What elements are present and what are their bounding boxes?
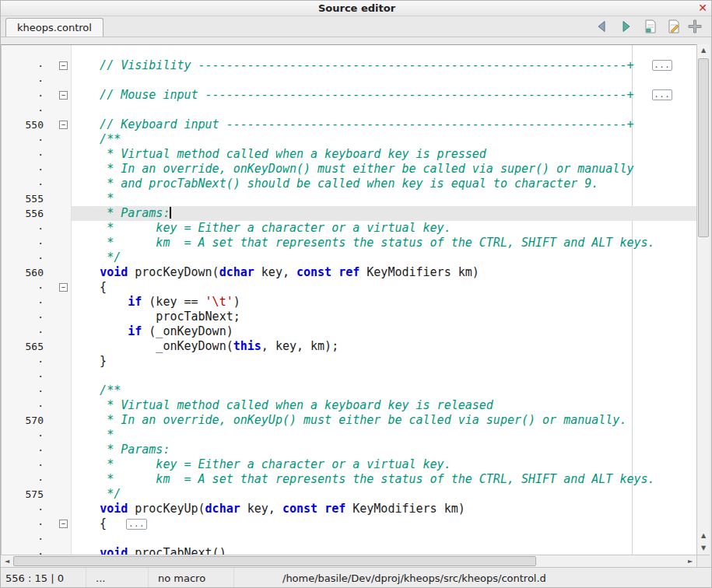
code-text[interactable] [72, 531, 696, 546]
fold-marker-icon[interactable]: − [59, 283, 68, 292]
code-text[interactable]: * Params: [72, 206, 696, 221]
tab-kheops-control[interactable]: kheops.control [5, 18, 103, 37]
code-text[interactable]: */ [72, 487, 696, 502]
code-line[interactable]: ·− { [2, 280, 696, 295]
code-text[interactable]: * key = Either a character or a virtual … [72, 457, 696, 472]
code-text[interactable]: void procKeyUp(dchar key, const ref KeyM… [72, 502, 696, 516]
code-text[interactable]: /** [72, 383, 696, 398]
code-text[interactable]: * In an override, onKeyDown() must eithe… [72, 162, 696, 177]
code-text[interactable]: // Mouse input -------------------------… [72, 88, 696, 103]
code-line[interactable]: · * key = Either a character or a virtua… [2, 221, 696, 236]
close-icon[interactable]: ✕ [696, 2, 709, 14]
code-line[interactable]: · if (key == '\t') [2, 295, 696, 310]
code-text[interactable]: * and procTabNext() should be called whe… [72, 177, 696, 191]
code-line[interactable]: ·− {... [2, 516, 696, 531]
code-line[interactable]: · [2, 103, 696, 117]
code-text[interactable]: /** [72, 132, 696, 147]
save-icon[interactable] [642, 18, 659, 35]
gutter-cell: ·− [2, 516, 72, 531]
horizontal-scrollbar[interactable]: ◄ ► [1, 555, 696, 567]
code-text[interactable]: * [72, 191, 696, 206]
code-line[interactable]: ·− // Visibility -----------------------… [2, 58, 696, 73]
code-text[interactable]: * Params: [72, 443, 696, 457]
scroll-left-icon[interactable]: ◄ [1, 555, 13, 567]
code-text[interactable]: * km = A set that represents the status … [72, 472, 696, 487]
code-line[interactable]: 575 */ [2, 487, 696, 502]
scroll-up-icon[interactable]: ▲ [697, 44, 710, 57]
code-line[interactable]: · void procTabNext() [2, 546, 696, 555]
code-line[interactable]: ·− // Mouse input ----------------------… [2, 88, 696, 103]
horizontal-scroll-thumb[interactable] [13, 556, 536, 566]
code-text[interactable]: } [72, 354, 696, 369]
nav-back-icon[interactable] [594, 18, 611, 35]
code-viewport[interactable]: ·− // Visibility -----------------------… [1, 44, 696, 555]
code-line[interactable]: 565 _onKeyDown(this, key, km); [2, 339, 696, 354]
folded-region-ellipsis[interactable]: ... [126, 519, 147, 530]
code-line[interactable]: 560 void procKeyDown(dchar key, const re… [2, 265, 696, 280]
scroll-down-icon[interactable]: ▼ [697, 542, 710, 555]
fold-marker-icon[interactable]: − [59, 91, 68, 100]
code-line[interactable]: · void procKeyUp(dchar key, const ref Ke… [2, 502, 696, 516]
code-text[interactable]: procTabNext; [72, 310, 696, 324]
code-line[interactable]: · * key = Either a character or a virtua… [2, 457, 696, 472]
code-text[interactable]: // Visibility --------------------------… [72, 58, 696, 73]
code-segment: (key == [142, 295, 205, 309]
detach-icon[interactable] [686, 18, 703, 35]
code-text[interactable]: void procKeyDown(dchar key, const ref Ke… [72, 265, 696, 280]
gutter-cell: · [2, 162, 72, 177]
vertical-scroll-thumb[interactable] [698, 58, 709, 237]
code-text[interactable] [72, 369, 696, 383]
code-text[interactable]: * Virtual method called when a keyboard … [72, 147, 696, 162]
code-line[interactable]: · * Params: [2, 443, 696, 457]
code-text[interactable]: {... [72, 516, 696, 531]
code-line[interactable]: · /** [2, 383, 696, 398]
folded-region-ellipsis[interactable]: ... [652, 60, 672, 71]
code-line[interactable]: · procTabNext; [2, 310, 696, 324]
scroll-right-icon[interactable]: ► [684, 555, 696, 567]
code-line[interactable]: · [2, 369, 696, 383]
code-line[interactable]: · [2, 531, 696, 546]
code-text[interactable]: if (_onKeyDown) [72, 324, 696, 339]
code-line[interactable]: · */ [2, 250, 696, 265]
code-text[interactable]: void procTabNext() [72, 546, 696, 555]
line-number: · [2, 132, 58, 147]
nav-forward-icon[interactable] [617, 18, 634, 35]
code-line[interactable]: · /** [2, 132, 696, 147]
code-line[interactable]: · * Virtual method called when a keyboar… [2, 147, 696, 162]
code-line[interactable]: · * km = A set that represents the statu… [2, 472, 696, 487]
code-line[interactable]: 570 * In an override, onKeyUp() must eit… [2, 413, 696, 428]
code-segment: KeyModifiers km) [360, 265, 479, 279]
save-as-icon[interactable] [665, 18, 682, 35]
code-text[interactable] [72, 73, 696, 88]
code-line[interactable]: · [2, 73, 696, 88]
code-text[interactable]: { [72, 280, 696, 295]
code-line[interactable]: · * and procTabNext() should be called w… [2, 177, 696, 191]
fold-marker-icon[interactable]: − [59, 520, 68, 528]
code-line[interactable]: 550− // Keyboard input -----------------… [2, 117, 696, 132]
code-text[interactable]: */ [72, 250, 696, 265]
code-line[interactable]: · * km = A set that represents the statu… [2, 236, 696, 250]
code-segment: procKeyUp( [128, 502, 205, 516]
code-line[interactable]: · } [2, 354, 696, 369]
code-text[interactable]: if (key == '\t') [72, 295, 696, 310]
code-text[interactable]: * Virtual method called when a keyboard … [72, 398, 696, 413]
code-line[interactable]: 556 * Params: [2, 206, 696, 221]
code-line[interactable]: · if (_onKeyDown) [2, 324, 696, 339]
scroll-up-icon[interactable]: ▲ [697, 530, 710, 542]
code-line[interactable]: · * [2, 428, 696, 443]
code-text[interactable]: * In an override, onKeyUp() must either … [72, 413, 696, 428]
code-text[interactable]: _onKeyDown(this, key, km); [72, 339, 696, 354]
code-line[interactable]: 555 * [2, 191, 696, 206]
code-line[interactable]: · * In an override, onKeyDown() must eit… [2, 162, 696, 177]
code-text[interactable] [72, 103, 696, 117]
fold-marker-icon[interactable]: − [59, 121, 68, 129]
fold-marker-icon[interactable]: − [59, 61, 68, 70]
code-text[interactable]: * key = Either a character or a virtual … [72, 221, 696, 236]
code-text[interactable]: * km = A set that represents the status … [72, 236, 696, 250]
code-line[interactable]: · * Virtual method called when a keyboar… [2, 398, 696, 413]
code-segment: * km = A set that represents the status … [72, 472, 655, 486]
folded-region-ellipsis[interactable]: ... [652, 89, 672, 100]
vertical-scrollbar[interactable]: ▲ ▲ ▼ [696, 44, 710, 555]
code-text[interactable]: // Keyboard input ----------------------… [72, 117, 696, 132]
code-text[interactable]: * [72, 428, 696, 443]
